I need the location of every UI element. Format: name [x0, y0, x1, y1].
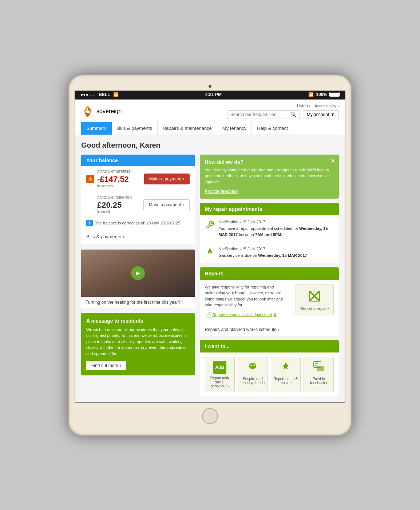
svg-point-2 — [250, 364, 252, 366]
balance-date: The balance is correct as of: 28 Nov 201… — [95, 221, 180, 225]
info-icon: i — [86, 220, 93, 226]
nav-item-bills[interactable]: Bills & payments — [112, 122, 158, 135]
amount-2: £20.25 — [97, 200, 132, 210]
make-payment-button-2[interactable]: Make a payment › — [143, 199, 190, 210]
video-caption-text: Turning on the heating for the first tim… — [86, 300, 181, 305]
report-repair-box[interactable]: Report a repair › — [296, 284, 334, 315]
home-button[interactable] — [202, 408, 218, 424]
qa-asb[interactable]: ASB Report anti-social behaviour › — [205, 357, 235, 392]
find-out-more-button[interactable]: Find out more › — [86, 361, 126, 370]
search-icon[interactable]: 🔍 — [290, 112, 297, 117]
battery-label: 100% — [316, 92, 327, 97]
qa-feedback[interactable]: Provide feedback › — [304, 357, 334, 392]
feedback-card: How did we do? ✕ You recently completed … — [200, 155, 339, 199]
greeting-text: Good afternoon, Karen — [81, 141, 339, 150]
account-row-2: ACCOUNT 34567809 £20.25 In credit Make a… — [86, 196, 190, 214]
qa-asb-label: Report anti-social behaviour › — [207, 376, 233, 388]
report-repair-label: Report a repair › — [300, 306, 329, 311]
qa-tenancy-fraud[interactable]: Suspicion of tenancy fraud › — [238, 357, 268, 392]
arrow-right-icon-video: › — [182, 300, 183, 305]
close-feedback-button[interactable]: ✕ — [330, 158, 335, 164]
nav-item-tenancy[interactable]: My tenancy — [217, 122, 252, 135]
feedback-body: You recently completed a reported and ar… — [205, 167, 334, 185]
make-payment-button-1[interactable]: Make a payment › — [144, 174, 190, 184]
fact-sheet-label: Repairs responsibilities fact sheet — [213, 312, 272, 318]
arrow-icon-planned: › — [278, 327, 279, 332]
search-box[interactable]: 🔍 — [227, 110, 300, 119]
play-button[interactable]: ▶ — [131, 266, 145, 280]
account-status-1: In arrears — [97, 184, 130, 188]
i-want-to-body: ASB Report anti-social behaviour › — [200, 352, 339, 397]
appt-text-1: You have a repair appointment scheduled … — [219, 226, 334, 238]
qa-fraud-label: Suspicion of tenancy fraud › — [240, 377, 265, 385]
feedback-title: How did we do? — [205, 159, 334, 165]
repairs-body: We take responsibility for repairing and… — [200, 280, 339, 336]
download-icon: ⬇ — [273, 312, 277, 318]
svg-rect-5 — [317, 366, 324, 371]
amount-1: -£147.52 — [97, 175, 130, 184]
listen-link[interactable]: Listen — [297, 104, 310, 108]
balance-title: Your balance — [81, 155, 195, 166]
time-display: 4:21 PM — [205, 92, 222, 97]
arrow-right-icon: › — [123, 234, 124, 239]
qa-damp-label: Report damp & mould › — [273, 377, 298, 385]
account-number-1: ACCOUNT 9876543 — [97, 170, 130, 174]
logo-text: sovereign — [96, 108, 122, 115]
nav-item-help[interactable]: Help & contact — [252, 122, 293, 135]
damp-icon — [280, 361, 292, 375]
nav-item-summary[interactable]: Summary — [81, 122, 112, 135]
appt-text-2: Gas service is due on Wednesday, 15 MAR … — [219, 252, 307, 259]
message-card-title: A message to residents — [86, 318, 190, 324]
search-input[interactable] — [230, 112, 290, 117]
account-row-1: ⚠ ACCOUNT 9876543 -£147.52 In arrears Ma… — [86, 170, 190, 192]
qa-feedback-label: Provide feedback › — [306, 377, 331, 385]
bills-link-text: Bills & payments — [86, 234, 121, 239]
i-want-to-header: I want to... — [200, 340, 339, 352]
account-button[interactable]: My account ▼ — [303, 110, 339, 119]
account-label: My account — [307, 112, 329, 117]
accessibility-link[interactable]: Accessibility — [314, 104, 339, 108]
planned-works-text: Repairs and planned works schedule — [205, 327, 277, 332]
video-promo[interactable]: ▶ Turning on the heating for the first t… — [81, 250, 195, 308]
repair-appointments-header: My repair appointments — [200, 203, 339, 215]
provide-feedback-link[interactable]: Provide feedback — [205, 189, 239, 194]
planned-works-link[interactable]: Repairs and planned works schedule › — [200, 323, 339, 336]
nav-item-repairs[interactable]: Repairs & maintenance — [158, 122, 217, 135]
warning-icon: ⚠ — [86, 175, 94, 183]
carrier-label: BELL — [99, 92, 110, 97]
chevron-down-icon: ▼ — [330, 112, 335, 117]
message-card-body: We wish to reassure all our residents th… — [86, 327, 190, 357]
asb-icon: ASB — [213, 361, 226, 374]
message-card: A message to residents We wish to reassu… — [81, 313, 195, 376]
repair-appointments-body: Notification - 15 JUN 2017 You have a re… — [200, 215, 339, 263]
appointment-item-1: Notification - 15 JUN 2017 You have a re… — [200, 215, 339, 242]
account-status-2: In credit — [97, 210, 132, 214]
repairs-body-text: We take responsibility for repairing and… — [205, 284, 291, 308]
balance-card: Your balance ⚠ ACCOUNT 9876543 -£147.52 … — [81, 155, 195, 244]
appointment-item-2: Notification - 15 JUN 2017 Gas service i… — [200, 242, 339, 263]
bills-payments-link[interactable]: Bills & payments › — [86, 231, 190, 241]
qa-damp[interactable]: Report damp & mould › — [271, 357, 301, 392]
wrench-icon — [205, 220, 215, 230]
appt-notification-1: Notification - 15 JUN 2017 — [219, 220, 334, 224]
tenancy-fraud-icon — [247, 361, 258, 375]
flame-icon — [205, 247, 215, 257]
main-nav: Summary Bills & payments Repairs & maint… — [81, 122, 339, 135]
svg-point-3 — [253, 364, 255, 366]
appt-notification-2: Notification - 15 JUN 2017 — [219, 247, 307, 251]
repairs-header: Repairs — [200, 267, 339, 280]
logo[interactable]: sovereign — [81, 105, 122, 118]
feedback-icon-qa — [313, 361, 325, 375]
repairs-fact-link[interactable]: 📄 Repairs responsibilities fact sheet ⬇ — [205, 311, 291, 319]
account-number-2: ACCOUNT 34567809 — [97, 196, 132, 200]
